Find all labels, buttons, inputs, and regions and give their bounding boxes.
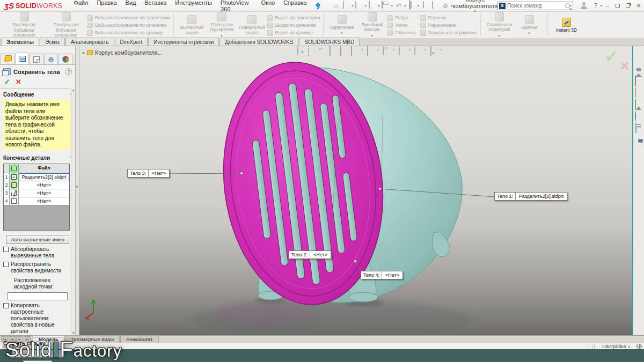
intersect-button[interactable]: Пересечение [420,23,478,28]
restore-button[interactable] [613,2,623,10]
propagate-visibility-checkbox[interactable]: Распространить свойства видимости [0,259,75,274]
row2-checkbox[interactable] [11,182,17,188]
file-explorer-icon[interactable] [634,88,643,96]
ok-button[interactable]: ✓ [4,78,10,86]
options-gear-button[interactable]: ⚙ [441,2,450,10]
copy-custom-properties-checkbox[interactable]: Копировать настроенные пользователем сво… [0,300,75,335]
row2-file-cell[interactable]: <Нет> [19,181,69,189]
sketch-book-icon[interactable] [350,46,358,53]
callout-body3[interactable]: Тело 3: <Нет> [127,169,170,178]
hide-show-items-icon[interactable] [398,46,406,53]
rib-button[interactable]: Ребро [387,15,416,21]
cancel-button[interactable]: ✕ [16,78,21,86]
table-row[interactable]: 2 <Нет> [4,181,69,189]
reference-geometry-button[interactable]: Справочная геометрия▾ [484,12,514,39]
fillet-button[interactable]: Скругление▾ [327,15,357,36]
table-row[interactable]: 4 <Нет> [4,197,69,205]
panel-splitter[interactable]: ◂ [76,46,79,335]
customize-status-label[interactable]: Настройка [602,344,626,349]
resulting-parts-section-header[interactable]: Конечные детали^ [0,152,75,162]
home-icon[interactable] [634,64,643,72]
callout-body2[interactable]: Тело 2: <Нет> [289,250,331,259]
row3-file-cell[interactable]: <Нет> [19,189,69,197]
tab-sketch[interactable]: Эскиз [40,38,65,46]
print-button[interactable] [382,1,383,9]
row4-file-cell[interactable]: <Нет> [19,197,69,205]
menu-photoview[interactable]: PhotoView 360 [217,0,257,14]
appearance-scene-icon[interactable] [414,46,421,53]
open-button[interactable] [355,1,356,9]
absorb-cut-bodies-checkbox[interactable]: Абсорбировать вырезанные тела [0,244,75,259]
menu-help[interactable]: Справка [280,0,310,14]
scroll-up-icon[interactable]: ▲ [71,88,75,92]
undo-button[interactable]: ↶ [394,2,403,10]
tab-addins[interactable]: Добавления SOLIDWORKS [219,38,298,46]
row4-checkbox[interactable] [11,198,17,204]
new-dropdown-icon[interactable]: ▾ [352,4,354,8]
move-button[interactable]: Перенос [420,15,478,21]
callout-value[interactable]: <Нет> [382,271,402,279]
open-dropdown-icon[interactable]: ▾ [364,4,367,8]
draft-button[interactable]: Уклон [387,23,416,28]
custom-properties-icon[interactable] [634,123,643,131]
section-view-icon[interactable] [329,46,336,53]
help-button[interactable]: ? [591,2,600,10]
menu-window[interactable]: Окно [258,0,279,14]
select-button[interactable] [409,0,412,10]
help-dropdown-icon[interactable]: ▾ [601,4,603,8]
menu-tools[interactable]: Инструменты [171,0,216,14]
lofted-boss-button[interactable]: Бобышка/основание по сечениям [87,23,170,28]
tab-displaymanager[interactable] [58,54,72,64]
tab-animation1[interactable]: Анимация1 [120,335,159,343]
view-orientation-icon[interactable] [367,46,374,53]
tab-mbd[interactable]: SOLIDWORKS MBD [299,38,360,46]
extruded-boss-button[interactable]: Вытянутая бобышка/основание [3,12,45,38]
tab-render-tools[interactable]: Инструменты отрисовки [148,38,219,46]
auto-assign-names-button[interactable]: Авто-назначение имен [6,235,69,244]
menu-file[interactable]: Файл [70,0,92,14]
previous-view-icon[interactable]: ↶ [318,46,326,53]
new-document-button[interactable] [343,1,344,9]
zoom-area-icon[interactable] [308,46,315,53]
revolved-cut-button[interactable]: Повернутый вырез [237,15,267,36]
tab-configurationmanager[interactable] [30,54,43,64]
extruded-cut-button[interactable]: Вытянутый вырез [177,15,207,36]
callout-body4[interactable]: Тело 4: <Нет> [361,271,403,279]
scroll-down-icon[interactable]: ▼ [71,331,75,335]
home-button[interactable]: ⌂ [332,2,340,10]
boundary-boss-button[interactable]: Бобышка/основание на границе [87,30,170,36]
appearances-icon[interactable] [634,112,643,120]
instant3d-button[interactable]: Instant 3D [551,18,581,33]
command-search[interactable]: S ▾ [497,2,573,10]
globe-icon[interactable] [636,344,642,349]
search-input[interactable] [507,3,565,9]
measure-icon[interactable] [340,46,347,53]
tab-featuremanager[interactable] [1,54,14,64]
design-library-icon[interactable] [634,76,643,84]
linear-pattern-button[interactable]: Линейный массив▾ [357,12,387,39]
collapse-panel-icon[interactable]: ◂ [76,184,78,189]
origin-location-input[interactable] [8,292,68,300]
view-palette-icon[interactable] [634,100,643,108]
callout-value[interactable]: <Нет> [149,169,169,177]
graphics-viewport[interactable]: ▸ Корпус комбоусилителя... ↶ ▾ ▾ ▾ ▾ ▾ ▾… [79,46,632,335]
undo-dropdown-icon[interactable]: ▾ [404,4,406,8]
panel-scrollbar[interactable]: ▲▼ [71,88,75,335]
file-properties-button[interactable] [432,1,433,9]
minimize-button[interactable]: – [603,2,612,10]
tab-propertymanager[interactable] [15,53,29,64]
boundary-cut-button[interactable]: Вырез по границе [267,30,320,36]
tab-features[interactable]: Элементы [1,38,39,46]
attach-icon[interactable] [423,1,424,8]
menu-edit[interactable]: Правка [93,0,120,14]
confirmation-corner-cancel-icon[interactable]: ✕ [619,59,630,73]
confirmation-corner-ok-icon[interactable]: ✓ [604,46,619,67]
tab-dimxpertmanager[interactable]: ⊕ [44,54,58,64]
tab-evaluate[interactable]: Анализировать [65,38,114,46]
panel-help-icon[interactable]: ? [65,68,72,75]
user-account-icon[interactable] [580,2,587,9]
close-button[interactable]: ✕ [634,2,643,10]
row1-file-cell[interactable]: Разделить2[2].sldprt [19,173,69,181]
display-style-icon[interactable] [382,46,390,53]
save-button[interactable] [369,1,370,9]
